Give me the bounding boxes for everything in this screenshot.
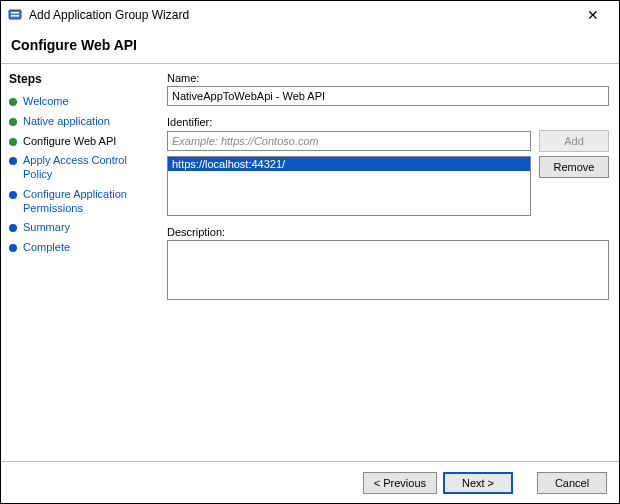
name-input[interactable]	[167, 86, 609, 106]
next-button[interactable]: Next >	[443, 472, 513, 494]
close-button[interactable]: ✕	[573, 1, 613, 29]
page-title: Configure Web API	[11, 37, 609, 53]
step-label: Complete	[23, 241, 70, 255]
step-item[interactable]: Configure Application Permissions	[9, 185, 157, 219]
step-bullet-icon	[9, 191, 17, 199]
step-label: Apply Access Control Policy	[23, 154, 157, 182]
wizard-footer: < Previous Next > Cancel	[1, 461, 619, 503]
step-item[interactable]: Apply Access Control Policy	[9, 151, 157, 185]
remove-button[interactable]: Remove	[539, 156, 609, 178]
step-bullet-icon	[9, 98, 17, 106]
step-item[interactable]: Native application	[9, 112, 157, 132]
step-item[interactable]: Configure Web API	[9, 132, 157, 152]
identifier-label: Identifier:	[167, 116, 609, 128]
list-item[interactable]: https://localhost:44321/	[168, 157, 530, 171]
step-bullet-icon	[9, 138, 17, 146]
identifier-listbox[interactable]: https://localhost:44321/	[167, 156, 531, 216]
steps-heading: Steps	[9, 72, 157, 86]
svg-rect-2	[11, 15, 19, 17]
step-bullet-icon	[9, 157, 17, 165]
description-input[interactable]	[167, 240, 609, 300]
step-label: Configure Web API	[23, 135, 116, 149]
step-label: Summary	[23, 221, 70, 235]
step-bullet-icon	[9, 118, 17, 126]
next-label: Next >	[462, 477, 494, 489]
step-bullet-icon	[9, 224, 17, 232]
add-button[interactable]: Add	[539, 130, 609, 152]
window-title: Add Application Group Wizard	[29, 8, 573, 22]
svg-rect-1	[11, 12, 19, 14]
description-label: Description:	[167, 226, 609, 238]
step-item[interactable]: Welcome	[9, 92, 157, 112]
step-label: Configure Application Permissions	[23, 188, 157, 216]
cancel-button[interactable]: Cancel	[537, 472, 607, 494]
steps-sidebar: Steps WelcomeNative applicationConfigure…	[1, 64, 163, 456]
step-item[interactable]: Summary	[9, 218, 157, 238]
form-area: Name: Identifier: Add https://localhost:…	[163, 64, 619, 456]
page-header: Configure Web API	[1, 29, 619, 64]
step-item[interactable]: Complete	[9, 238, 157, 258]
identifier-input[interactable]	[167, 131, 531, 151]
step-label: Welcome	[23, 95, 69, 109]
svg-rect-0	[9, 10, 21, 19]
app-icon	[7, 7, 23, 23]
step-bullet-icon	[9, 244, 17, 252]
step-label: Native application	[23, 115, 110, 129]
previous-label: < Previous	[374, 477, 426, 489]
previous-button[interactable]: < Previous	[363, 472, 437, 494]
titlebar: Add Application Group Wizard ✕	[1, 1, 619, 29]
name-label: Name:	[167, 72, 609, 84]
